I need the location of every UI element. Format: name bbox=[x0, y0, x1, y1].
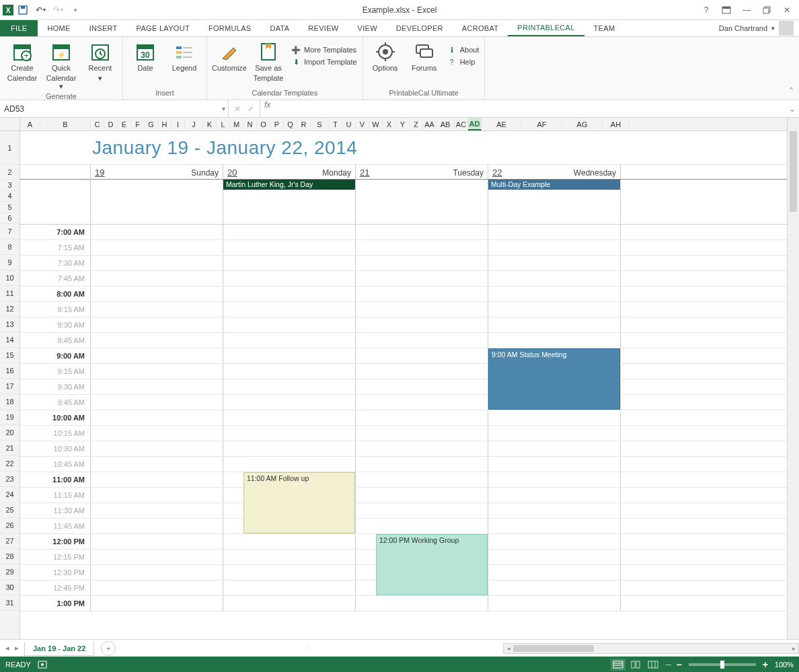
allday-cell[interactable]: Martin Luther King, Jr's Day bbox=[223, 180, 356, 224]
time-cell[interactable] bbox=[91, 318, 223, 332]
time-cell[interactable] bbox=[91, 271, 223, 286]
time-cell[interactable] bbox=[356, 364, 488, 379]
tab-scroll-left-button[interactable]: ◂ bbox=[5, 644, 9, 652]
time-cell[interactable] bbox=[356, 488, 488, 502]
ribbon-display-button[interactable] bbox=[717, 3, 736, 17]
row-header[interactable]: 8 bbox=[0, 239, 20, 255]
time-cell[interactable] bbox=[488, 503, 621, 518]
qat-redo-button[interactable]: ↷▾ bbox=[50, 2, 66, 18]
time-cell[interactable] bbox=[91, 379, 223, 394]
row-header[interactable]: 11 bbox=[0, 286, 20, 301]
column-header[interactable]: Z bbox=[410, 118, 423, 130]
row-header[interactable]: 30 bbox=[0, 580, 20, 595]
time-cell[interactable] bbox=[223, 534, 356, 549]
hscroll-right-button[interactable]: ▸ bbox=[789, 645, 798, 652]
view-page-layout-button[interactable] bbox=[628, 659, 643, 671]
row-header[interactable]: 7 bbox=[0, 224, 20, 239]
column-header[interactable]: E bbox=[118, 118, 131, 130]
ribbon-tab-home[interactable]: HOME bbox=[38, 20, 79, 36]
time-cell[interactable] bbox=[356, 395, 488, 410]
time-cell[interactable] bbox=[91, 256, 223, 270]
time-cell[interactable] bbox=[91, 472, 223, 487]
time-cell[interactable] bbox=[223, 426, 356, 441]
allday-event[interactable]: Multi-Day Example bbox=[488, 180, 620, 190]
ribbon-tab-printablecal[interactable]: PRINTABLECAL bbox=[508, 20, 584, 36]
time-cell[interactable] bbox=[223, 302, 356, 317]
time-cell[interactable] bbox=[91, 441, 223, 456]
time-cell[interactable] bbox=[223, 441, 356, 456]
time-cell[interactable] bbox=[223, 287, 356, 301]
time-cell[interactable] bbox=[356, 410, 488, 425]
time-cell[interactable] bbox=[488, 302, 621, 317]
qat-customize-button[interactable]: ▾ bbox=[67, 2, 83, 18]
time-cell[interactable] bbox=[91, 488, 223, 502]
time-cell[interactable]: 11:00 AM Follow up bbox=[223, 472, 356, 487]
time-cell[interactable]: 12:00 PM Working Group bbox=[356, 534, 488, 549]
time-cell[interactable] bbox=[356, 240, 488, 255]
time-cell[interactable] bbox=[356, 596, 488, 611]
time-cell[interactable] bbox=[91, 596, 223, 611]
allday-cell[interactable] bbox=[356, 180, 488, 224]
time-cell[interactable] bbox=[488, 256, 621, 270]
minimize-button[interactable]: — bbox=[737, 3, 756, 17]
zoom-slider-thumb[interactable] bbox=[720, 661, 724, 669]
column-header[interactable]: I bbox=[172, 118, 185, 130]
time-cell[interactable] bbox=[488, 287, 621, 301]
sheet-tab-active[interactable]: Jan 19 - Jan 22 bbox=[24, 642, 94, 656]
time-cell[interactable] bbox=[91, 519, 223, 533]
time-cell[interactable] bbox=[488, 534, 621, 549]
time-cell[interactable] bbox=[488, 596, 621, 611]
time-cell[interactable] bbox=[91, 333, 223, 348]
time-cell[interactable] bbox=[356, 302, 488, 317]
time-cell[interactable] bbox=[91, 426, 223, 441]
time-cell[interactable] bbox=[91, 240, 223, 255]
time-cell[interactable] bbox=[488, 318, 621, 332]
time-cell[interactable] bbox=[356, 333, 488, 348]
row-header[interactable]: 15 bbox=[0, 348, 20, 363]
time-cell[interactable] bbox=[223, 240, 356, 255]
view-page-break-button[interactable] bbox=[646, 659, 660, 671]
column-header[interactable]: O bbox=[257, 118, 270, 130]
column-header[interactable]: G bbox=[145, 118, 158, 130]
tab-scroll-right-button[interactable]: ▸ bbox=[15, 644, 19, 652]
time-cell[interactable] bbox=[488, 225, 621, 239]
time-cell[interactable] bbox=[223, 225, 356, 239]
hscroll-left-button[interactable]: ◂ bbox=[504, 645, 513, 652]
macro-record-icon[interactable] bbox=[38, 660, 47, 669]
time-cell[interactable] bbox=[488, 333, 621, 348]
allday-event[interactable]: Martin Luther King, Jr's Day bbox=[223, 180, 355, 190]
column-header[interactable]: U bbox=[342, 118, 356, 130]
zoom-level[interactable]: 100% bbox=[771, 661, 794, 669]
row-header[interactable]: 18 bbox=[0, 394, 20, 410]
select-all-corner[interactable] bbox=[0, 118, 20, 131]
row-header[interactable]: 4 bbox=[0, 191, 20, 202]
date-button[interactable]: 30Date bbox=[128, 41, 162, 73]
time-cell[interactable] bbox=[223, 581, 356, 595]
column-header[interactable]: K bbox=[203, 118, 217, 130]
row-header[interactable]: 12 bbox=[0, 301, 20, 317]
time-cell[interactable] bbox=[223, 565, 356, 580]
ribbon-tab-developer[interactable]: DEVELOPER bbox=[387, 20, 453, 36]
save-as-template-button[interactable]: Save asTemplate bbox=[252, 41, 285, 82]
column-header[interactable]: AC bbox=[455, 118, 468, 130]
time-cell[interactable] bbox=[91, 302, 223, 317]
time-cell[interactable] bbox=[356, 256, 488, 270]
row-header[interactable]: 27 bbox=[0, 533, 20, 549]
time-cell[interactable] bbox=[488, 426, 621, 441]
time-cell[interactable] bbox=[223, 348, 356, 363]
calendar-event[interactable]: 9:00 AM Status Meeting bbox=[488, 348, 620, 410]
qat-save-button[interactable] bbox=[15, 2, 31, 18]
time-cell[interactable] bbox=[356, 457, 488, 472]
column-header[interactable]: S bbox=[311, 118, 329, 130]
row-header[interactable]: 24 bbox=[0, 487, 20, 502]
ribbon-tab-insert[interactable]: INSERT bbox=[80, 20, 127, 36]
allday-cell[interactable] bbox=[91, 180, 223, 224]
column-header[interactable]: J bbox=[185, 118, 203, 130]
time-cell[interactable] bbox=[356, 379, 488, 394]
help-button[interactable]: ?Help bbox=[447, 56, 480, 68]
time-cell[interactable] bbox=[488, 240, 621, 255]
row-header[interactable]: 16 bbox=[0, 363, 20, 379]
new-sheet-button[interactable]: + bbox=[101, 641, 116, 656]
recent-button[interactable]: Recent▾ bbox=[83, 41, 117, 82]
name-box[interactable] bbox=[0, 100, 228, 117]
